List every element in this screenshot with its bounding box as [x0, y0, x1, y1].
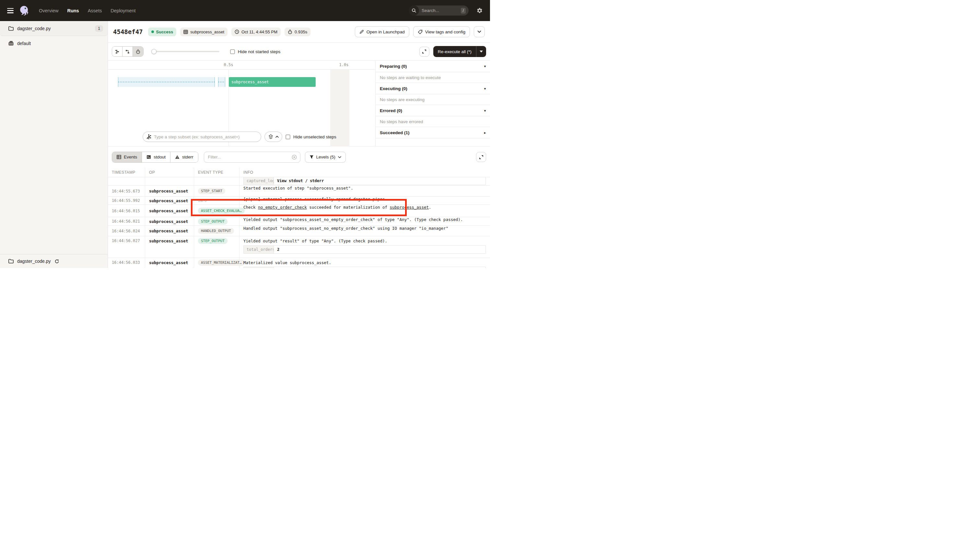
- sidebar-footer: dagster_code.py: [0, 254, 108, 268]
- section-title: Preparing (0): [380, 64, 407, 69]
- log-filter-input[interactable]: Filter...: [204, 152, 301, 163]
- metadata-subtable: [243, 267, 486, 268]
- log-op-name: subprocess_asset: [149, 219, 188, 224]
- status-badge: Success: [148, 27, 177, 36]
- zoom-slider-thumb[interactable]: [151, 49, 156, 54]
- open-in-launchpad-button[interactable]: Open in Launchpad: [355, 26, 409, 37]
- pencil-icon: [360, 30, 364, 34]
- run-detail-main: 4548ef47 Success subprocess_asset Oct 11…: [108, 21, 490, 268]
- expand-icon: [479, 155, 484, 159]
- caret-down-icon: ▾: [484, 87, 486, 91]
- clear-filter-icon[interactable]: [292, 154, 297, 160]
- log-timestamp[interactable]: 16:44:56.033: [112, 260, 140, 265]
- op-selector-icon: [146, 134, 151, 139]
- gantt-chart: 0.5s 1.0s subprocess_asset Type a step s…: [108, 60, 375, 146]
- tab-stderr[interactable]: stderr: [170, 152, 198, 162]
- waterfall-view-icon[interactable]: [123, 47, 133, 56]
- reload-icon[interactable]: [54, 259, 59, 264]
- log-info-link[interactable]: subprocess_asset: [390, 205, 429, 210]
- step-status-section-header[interactable]: Executing (0)▾: [375, 83, 490, 94]
- nav-item-overview[interactable]: Overview: [39, 8, 58, 13]
- log-table-header: TIMESTAMP OP EVENT TYPE INFO: [108, 167, 490, 177]
- nav-item-deployment[interactable]: Deployment: [110, 8, 135, 13]
- metadata-value[interactable]: View stdout / stderr: [274, 177, 485, 185]
- sidebar-item-default-group[interactable]: default: [0, 36, 108, 51]
- log-info-cell: captured_logsView stdout / stderr: [240, 177, 490, 185]
- caret-down-icon: ▾: [484, 109, 486, 113]
- folder-icon: [8, 26, 14, 31]
- asset-tag-pill[interactable]: subprocess_asset: [180, 27, 228, 36]
- waiting-span: [118, 77, 215, 87]
- section-title: Errored (0): [380, 108, 402, 113]
- log-timestamp[interactable]: 16:44:56.015: [112, 209, 140, 213]
- search-input[interactable]: Search... /: [409, 5, 469, 16]
- log-op-name: subprocess_asset: [149, 208, 188, 213]
- warning-icon: [175, 155, 180, 159]
- section-empty-message: No steps are waiting to execute: [375, 72, 490, 83]
- filter-placeholder: Filter...: [208, 154, 292, 159]
- log-info-cell: Handled output "subprocess_asset_no_empt…: [240, 226, 490, 236]
- log-info-link[interactable]: no_empty_order_check: [258, 205, 307, 210]
- expand-gantt-button[interactable]: [419, 47, 430, 57]
- flat-view-icon[interactable]: [112, 47, 123, 56]
- log-timestamp[interactable]: 16:44:55.673: [112, 189, 140, 194]
- log-timestamp[interactable]: 16:44:56.021: [112, 219, 140, 224]
- log-op-name: subprocess_asset: [149, 229, 188, 233]
- log-timestamp[interactable]: 16:44:55.992: [112, 198, 140, 203]
- reexecute-dropdown-caret[interactable]: [476, 51, 486, 52]
- graph-query-toggle-button[interactable]: [264, 132, 282, 142]
- log-row: 16:44:56.033subprocess_assetASSET_MATERI…: [108, 258, 490, 268]
- tab-events[interactable]: Events: [112, 152, 142, 162]
- log-info-cell: Started execution of step "subprocess_as…: [240, 186, 490, 196]
- dagster-logo[interactable]: [18, 5, 30, 17]
- event-type-badge: STEP_START: [198, 188, 225, 194]
- view-tags-config-button[interactable]: View tags and config: [413, 26, 470, 37]
- step-status-panel: Preparing (0)▾No steps are waiting to ex…: [375, 60, 490, 146]
- gantt-bar-subprocess-asset[interactable]: subprocess_asset: [229, 77, 316, 87]
- tab-stdout[interactable]: stdout: [142, 152, 170, 162]
- gantt-view-mode-toggle: [112, 46, 143, 57]
- step-status-section-header[interactable]: Errored (0)▾: [375, 105, 490, 116]
- run-actions-chevron-button[interactable]: [474, 26, 485, 37]
- log-row: 16:44:55.992subprocess_assetINFO[pipes] …: [108, 197, 490, 205]
- metadata-key: captured_logs: [244, 177, 274, 185]
- status-dot-icon: [151, 30, 154, 33]
- hide-unselected-checkbox[interactable]: Hide unselected steps: [285, 135, 336, 139]
- axis-tick: 1.0s: [339, 62, 349, 67]
- log-op-name: subprocess_asset: [149, 239, 188, 243]
- col-header-event-type: EVENT TYPE: [194, 167, 240, 177]
- sidebar-item-workspace[interactable]: dagster_code.py 1: [0, 21, 108, 36]
- section-empty-message: No steps have errored: [375, 116, 490, 127]
- zoom-slider[interactable]: [152, 51, 220, 52]
- timed-view-icon[interactable]: [133, 47, 143, 56]
- log-row: 16:44:56.021subprocess_assetSTEP_OUTPUTY…: [108, 217, 490, 226]
- levels-filter-button[interactable]: Levels (5): [305, 152, 346, 163]
- nav-item-assets[interactable]: Assets: [88, 8, 102, 13]
- hide-not-started-checkbox[interactable]: Hide not started steps: [230, 49, 280, 54]
- expand-logs-button[interactable]: [476, 152, 486, 162]
- table-grid-icon: [117, 155, 121, 159]
- settings-gear-icon[interactable]: [476, 8, 483, 14]
- metadata-subtable: captured_logsView stdout / stderr: [243, 177, 486, 185]
- event-type-badge: STEP_OUTPUT: [198, 218, 228, 224]
- log-timestamp[interactable]: 16:44:56.027: [112, 239, 140, 243]
- step-subset-row: Type a step subset (ex: subprocess_asset…: [143, 132, 336, 142]
- search-placeholder: Search...: [422, 8, 461, 13]
- waiting-span: [218, 77, 225, 87]
- log-timestamp[interactable]: 16:44:56.024: [112, 229, 140, 233]
- log-row: captured_logsView stdout / stderr: [108, 177, 490, 186]
- step-subset-input[interactable]: Type a step subset (ex: subprocess_asset…: [143, 132, 261, 142]
- step-subset-placeholder: Type a step subset (ex: subprocess_asset…: [154, 135, 240, 139]
- step-status-section-header[interactable]: Preparing (0)▾: [375, 60, 490, 72]
- event-type-badge: ASSET_MATERIALIZAT…: [198, 259, 245, 266]
- hamburger-menu-icon[interactable]: [7, 8, 14, 13]
- log-row: 16:44:56.015subprocess_assetASSET_CHECK_…: [108, 205, 490, 217]
- checkbox-icon: [230, 49, 235, 54]
- section-title: Succeeded (1): [380, 130, 410, 135]
- reexecute-all-button[interactable]: Re-execute all (*): [433, 46, 486, 57]
- clock-icon: [235, 30, 239, 34]
- table-grid-icon: [183, 30, 188, 34]
- nav-item-runs[interactable]: Runs: [67, 8, 79, 13]
- step-status-section-header[interactable]: Succeeded (1)▸: [375, 127, 490, 138]
- sidebar: dagster_code.py 1 default: [0, 21, 108, 254]
